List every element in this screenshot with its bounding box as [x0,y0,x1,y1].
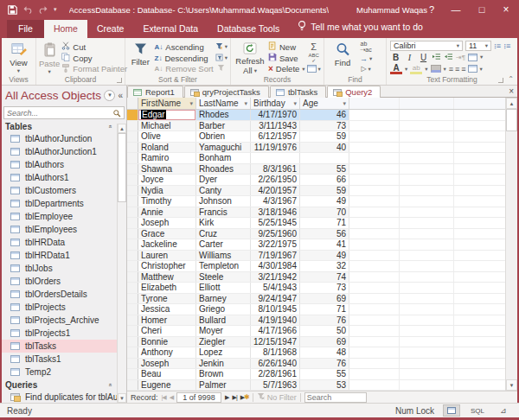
descending-button[interactable]: Z↓ Descending [155,53,214,64]
table-row[interactable]: Eugene Palmer 5/7/1963 53 [127,380,517,391]
table-row[interactable]: Timothy Johnson 4/3/1967 49 [127,196,517,207]
sidebar-item-table[interactable]: tblTasks1 [2,353,118,366]
table-row[interactable]: Matthew Steele 3/21/1942 74 [127,272,517,283]
table-row[interactable]: Jessica Griego 8/10/1945 71 [127,304,517,315]
cell-age[interactable]: 74 [300,272,349,283]
row-selector[interactable] [127,110,138,120]
table-row[interactable]: Anthony Lopez 8/1/1968 48 [127,347,517,359]
cell-age[interactable]: 46 [300,110,349,120]
sidebar-item-query[interactable]: Find duplicates for tblAuthors [2,391,118,404]
tab-file[interactable]: File [7,20,44,38]
scroll-down-icon[interactable]: ▼ [506,379,517,391]
cell-age[interactable]: 66 [300,175,349,185]
filter-button[interactable]: Filter [128,41,153,74]
refresh-all-button[interactable]: Refresh All▾ [234,41,266,74]
row-selector[interactable] [127,229,138,239]
cell-lastname[interactable]: Obrien [196,131,251,142]
row-selector[interactable] [127,153,138,163]
goto-button[interactable]: →▾ [360,54,372,64]
tab-home[interactable]: Home [44,20,87,38]
table-row[interactable]: Edgar Rhodes 4/17/1970 46 [127,110,517,121]
nav-search-input[interactable] [7,109,112,118]
cell-age[interactable]: 59 [300,186,349,196]
sidebar-item-table[interactable]: tblAuthors1 [2,171,118,184]
table-row[interactable]: Joseph Jenkin 6/26/1940 76 [127,359,517,370]
view-button[interactable]: View ▾ [4,41,33,74]
cell-birthday[interactable]: 4/30/1984 [251,261,300,271]
cell-firstname[interactable]: Matthew [138,272,196,283]
cell-age[interactable]: 50 [300,326,349,336]
tell-me-box[interactable]: Tell me what you want to do [289,16,432,38]
select-all-corner[interactable] [127,98,138,109]
cell-lastname[interactable]: Palmer [196,380,251,391]
cell-age[interactable]: 59 [300,131,349,142]
cell-birthday[interactable]: 5/25/1945 [251,218,300,228]
document-tab[interactable]: Report1 [127,86,183,98]
previous-record-icon[interactable]: ◀ [170,394,173,401]
row-selector[interactable] [127,380,138,391]
cell-age[interactable]: 55 [300,369,349,379]
cell-lastname[interactable]: Lopez [196,347,251,358]
cell-firstname[interactable]: Michael [138,121,196,131]
sidebar-item-table[interactable]: tblProjects1 [2,327,118,340]
datasheet-scrollbar[interactable]: ▲ ▼ [505,98,517,391]
background-color-button[interactable] [431,65,441,73]
row-selector[interactable] [127,315,138,326]
cell-lastname[interactable]: Williams [196,251,251,261]
column-header-firstname[interactable]: FirstName▾ [138,98,196,109]
spelling-button[interactable]: ABC✓ [307,53,321,64]
cell-firstname[interactable]: Joyce [138,175,196,185]
table-row[interactable]: Christopher Templeton 4/30/1984 32 [127,261,517,272]
paste-button[interactable]: Paste ▾ [39,41,60,74]
row-selector[interactable] [127,251,138,261]
row-selector[interactable] [127,131,138,142]
scroll-down-icon[interactable]: ▼ [118,393,126,403]
document-tab[interactable]: tblTasks [270,86,326,98]
row-selector[interactable] [127,175,138,185]
column-header-birthday[interactable]: Birthday▾ [251,98,300,109]
collapse-section-icon[interactable]: « [108,124,114,128]
table-row[interactable]: Bonnie Ziegler 12/15/1947 69 [127,337,517,348]
row-selector[interactable] [127,283,138,293]
cell-lastname[interactable]: Barney [196,294,251,304]
font-name-select[interactable]: Calibri ▾ [390,41,463,51]
sidebar-item-table[interactable]: tblEmployees [2,223,118,236]
cell-firstname[interactable]: Christopher [138,261,196,271]
tab-create[interactable]: Create [87,20,134,38]
table-row[interactable]: Joseph Kirk 5/25/1945 71 [127,218,517,229]
cell-birthday[interactable]: 11/19/1976 [251,143,300,153]
cell-firstname[interactable]: Eugene [138,380,196,391]
record-search-input[interactable] [304,392,367,403]
row-selector[interactable] [127,261,138,271]
cell-lastname[interactable]: Brown [196,369,251,379]
last-record-icon[interactable]: ▶| [233,394,237,401]
table-row[interactable]: Joyce Dyer 2/26/1950 66 [127,175,517,186]
row-selector[interactable] [127,121,138,131]
first-record-icon[interactable]: |◀ [162,394,166,401]
cell-lastname[interactable]: Dyer [196,175,251,185]
row-selector[interactable] [127,347,138,358]
cell-birthday[interactable]: 3/21/1942 [251,272,300,283]
minimize-button[interactable]: — [445,0,467,19]
sidebar-item-table[interactable]: Temp2 [2,366,118,379]
cell-lastname[interactable]: Yamaguchi [196,143,251,153]
cell-age[interactable]: 71 [300,218,349,228]
cell-firstname[interactable]: Joseph [138,218,196,228]
row-selector[interactable] [127,143,138,153]
design-view-button[interactable]: ⊿ [495,404,512,417]
cell-birthday[interactable]: 5/4/1943 [251,283,300,293]
column-header-lastname[interactable]: LastName▾ [196,98,251,109]
cell-lastname[interactable]: Bonham [196,153,251,163]
row-selector[interactable] [127,304,138,315]
table-row[interactable]: Nydia Canty 4/20/1957 59 [127,186,517,197]
save-record-button[interactable]: Save [268,53,305,64]
table-row[interactable]: Olive Obrien 6/12/1957 59 [127,131,517,143]
copy-button[interactable]: Copy [61,53,127,64]
sidebar-item-table[interactable]: tblAuthors [2,158,118,171]
ascending-button[interactable]: A↓ Ascending [155,41,214,53]
cell-birthday[interactable]: 3/22/1975 [251,239,300,250]
tab-database-tools[interactable]: Database Tools [208,20,289,38]
cell-birthday[interactable]: 6/12/1957 [251,131,300,142]
cell-firstname[interactable]: Jessica [138,304,196,315]
cell-firstname[interactable]: Elizabeth [138,283,196,293]
